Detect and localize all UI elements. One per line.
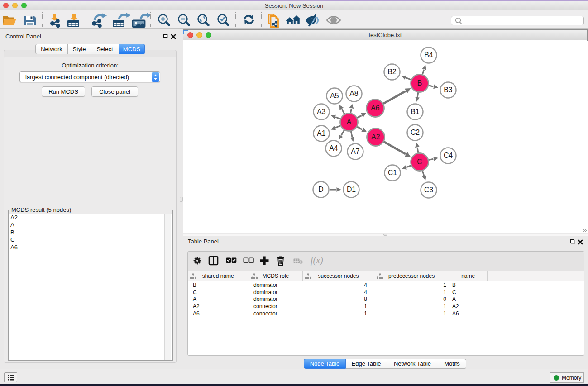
- svg-text:A5: A5: [330, 92, 339, 100]
- svg-text:B2: B2: [387, 68, 396, 76]
- svg-text:B1: B1: [411, 108, 420, 115]
- svg-text:B: B: [417, 79, 422, 87]
- svg-text:D: D: [318, 186, 323, 193]
- svg-text:A1: A1: [317, 129, 326, 137]
- svg-text:C2: C2: [411, 129, 420, 136]
- svg-text:A2: A2: [371, 133, 380, 141]
- svg-text:C3: C3: [424, 186, 433, 194]
- svg-text:A4: A4: [329, 144, 338, 152]
- svg-text:A7: A7: [351, 148, 359, 155]
- svg-text:A6: A6: [371, 104, 380, 112]
- svg-text:A8: A8: [349, 90, 359, 97]
- svg-text:C1: C1: [388, 169, 397, 176]
- svg-text:D1: D1: [347, 186, 356, 193]
- svg-text:A3: A3: [317, 108, 326, 115]
- svg-text:A: A: [347, 118, 352, 126]
- svg-text:B4: B4: [424, 51, 433, 59]
- svg-text:C: C: [417, 158, 422, 166]
- svg-text:B3: B3: [444, 86, 453, 94]
- svg-text:C4: C4: [444, 152, 453, 159]
